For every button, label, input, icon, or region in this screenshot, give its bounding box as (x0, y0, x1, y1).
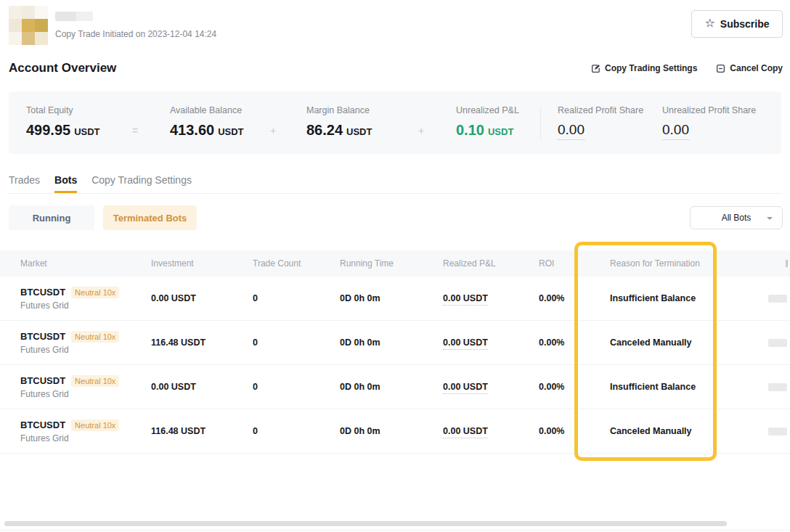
leverage-badge: Neutral 10x (71, 287, 119, 298)
minus-square-icon (716, 64, 725, 73)
stat-label: Unrealized P&L (456, 105, 519, 115)
strategy-label: Futures Grid (20, 433, 151, 443)
trader-name-redacted (55, 12, 93, 21)
stat-value: 0.00 (558, 122, 585, 140)
strategy-label: Futures Grid (20, 300, 151, 311)
row-action-redacted[interactable] (768, 383, 787, 391)
table-row: BTCUSDT Neutral 10x Futures Grid 0.00 US… (0, 365, 790, 409)
subscribe-button[interactable]: ☆ Subscribe (691, 10, 783, 38)
stats-divider (540, 107, 541, 139)
stat-unit: USDT (218, 126, 243, 137)
horizontal-scrollbar[interactable] (4, 521, 727, 526)
tab-bots[interactable]: Bots (54, 174, 77, 193)
trader-avatar (9, 6, 48, 45)
roi-cell: 0.00% (539, 293, 610, 303)
bottom-divider (0, 530, 790, 531)
running-time-cell: 0D 0h 0m (340, 382, 443, 392)
trader-header: Copy Trade Initiated on 2023-12-04 14:24… (9, 4, 783, 46)
leverage-badge: Neutral 10x (71, 331, 119, 343)
equals-operator: = (132, 125, 138, 136)
roi-cell: 0.00% (539, 382, 610, 392)
tab-trades[interactable]: Trades (9, 174, 40, 193)
plus-operator: + (270, 125, 276, 136)
tab-copy-trading-settings[interactable]: Copy Trading Settings (91, 174, 192, 193)
stat-label: Margin Balance (306, 105, 372, 115)
running-time-cell: 0D 0h 0m (340, 426, 443, 436)
market-pair: BTCUSDT (20, 375, 65, 386)
copy-trading-settings-button[interactable]: Copy Trading Settings (591, 63, 697, 73)
trade-count-cell: 0 (253, 293, 340, 303)
trade-count-cell: 0 (253, 426, 340, 436)
stat-value: 0.10 (456, 122, 484, 139)
market-cell: BTCUSDT Neutral 10x Futures Grid (20, 331, 151, 355)
copy-trade-page: Copy Trade Initiated on 2023-12-04 14:24… (0, 0, 790, 532)
roi-cell: 0.00% (539, 337, 610, 348)
stat-label: Total Equity (26, 105, 100, 115)
stat-label: Realized Profit Share (558, 105, 643, 115)
col-running-time: Running Time (340, 258, 443, 269)
cancel-copy-label: Cancel Copy (730, 63, 783, 73)
star-icon: ☆ (704, 17, 714, 29)
termination-reason-cell: Insufficient Balance (610, 293, 752, 303)
market-cell: BTCUSDT Neutral 10x Futures Grid (20, 420, 151, 443)
col-realized-pnl: Realized P&L (443, 258, 539, 269)
running-time-cell: 0D 0h 0m (340, 293, 443, 303)
running-time-cell: 0D 0h 0m (340, 337, 443, 348)
row-action-redacted[interactable] (768, 427, 787, 435)
market-pair: BTCUSDT (20, 287, 65, 298)
plus-operator: + (418, 125, 424, 136)
termination-reason-cell: Insufficient Balance (610, 382, 752, 392)
copy-trade-initiated-text: Copy Trade Initiated on 2023-12-04 14:24 (55, 29, 216, 39)
col-roi: ROI (539, 258, 610, 269)
subscribe-label: Subscribe (720, 18, 770, 30)
stat-unit: USDT (488, 126, 513, 137)
trade-count-cell: 0 (253, 382, 340, 392)
trader-meta: Copy Trade Initiated on 2023-12-04 14:24 (55, 12, 216, 39)
col-reason-for-termination: Reason for Termination (610, 258, 752, 269)
leverage-badge: Neutral 10x (71, 420, 119, 431)
investment-cell: 116.48 USDT (151, 337, 253, 348)
cancel-copy-button[interactable]: Cancel Copy (716, 63, 783, 73)
stat-margin-balance: Margin Balance 86.24 USDT (306, 105, 372, 139)
trade-count-cell: 0 (253, 337, 340, 348)
market-cell: BTCUSDT Neutral 10x Futures Grid (20, 375, 151, 399)
stat-unit: USDT (74, 126, 99, 137)
chevron-down-icon (767, 217, 773, 220)
stat-realized-profit-share: Realized Profit Share 0.00 (558, 105, 643, 140)
filter-terminated-bots[interactable]: Terminated Bots (103, 205, 197, 230)
roi-cell: 0.00% (539, 426, 610, 436)
strategy-label: Futures Grid (20, 345, 151, 355)
investment-cell: 116.48 USDT (151, 426, 253, 436)
col-investment: Investment (151, 258, 253, 269)
clipped-column-sliver (786, 260, 788, 267)
table-row: BTCUSDT Neutral 10x Futures Grid 0.00 US… (0, 277, 790, 321)
all-bots-dropdown-value: All Bots (722, 213, 752, 223)
stat-value: 0.00 (662, 122, 689, 140)
stat-label: Unrealized Profit Share (662, 105, 756, 115)
investment-cell: 0.00 USDT (151, 293, 253, 303)
filter-running[interactable]: Running (9, 205, 94, 230)
market-pair: BTCUSDT (20, 420, 65, 430)
stat-unrealized-pnl: Unrealized P&L 0.10 USDT (456, 105, 519, 139)
realized-pnl-cell: 0.00 USDT (443, 426, 488, 438)
bots-filter-row: Running Terminated Bots All Bots (9, 205, 783, 230)
account-stats-bar: Total Equity 499.95 USDT = Available Bal… (9, 91, 781, 154)
realized-pnl-cell: 0.00 USDT (443, 293, 488, 306)
account-overview-row: Account Overview Copy Trading Settings (9, 61, 783, 77)
row-action-redacted[interactable] (768, 339, 787, 347)
termination-reason-cell: Canceled Manually (610, 337, 752, 348)
realized-pnl-cell: 0.00 USDT (443, 337, 488, 350)
stat-unrealized-profit-share: Unrealized Profit Share 0.00 (662, 105, 756, 140)
edit-icon (591, 64, 600, 73)
terminated-bots-table: Market Investment Trade Count Running Ti… (0, 250, 790, 454)
all-bots-dropdown[interactable]: All Bots (690, 206, 783, 229)
stat-unit: USDT (346, 126, 372, 137)
realized-pnl-cell: 0.00 USDT (443, 382, 488, 394)
strategy-label: Futures Grid (20, 389, 151, 399)
copy-trading-settings-label: Copy Trading Settings (605, 63, 697, 73)
table-header: Market Investment Trade Count Running Ti… (0, 250, 790, 277)
stat-value: 86.24 (306, 122, 343, 139)
row-action-redacted[interactable] (768, 295, 787, 303)
investment-cell: 0.00 USDT (151, 382, 253, 392)
stat-available-balance: Available Balance 413.60 USDT (170, 105, 244, 139)
